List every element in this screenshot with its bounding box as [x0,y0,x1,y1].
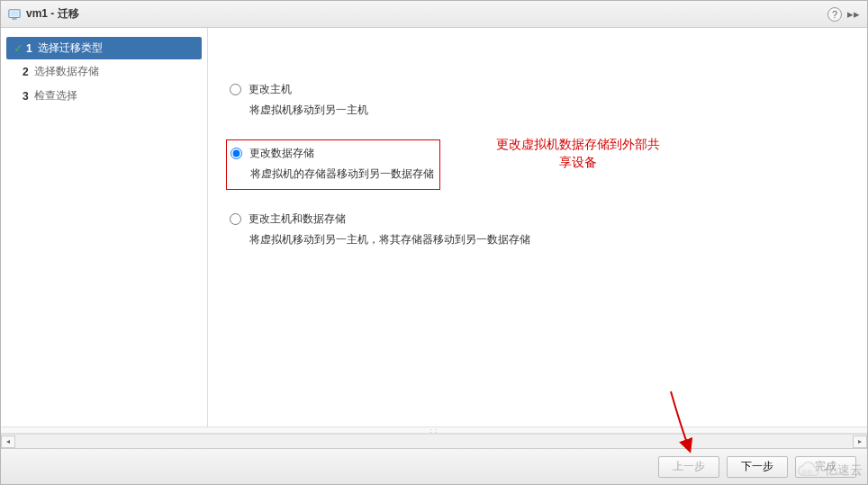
titlebar: vm1 - 迁移 ? ▸▸ [1,1,867,28]
step-2[interactable]: 2 选择数据存储 [1,59,207,84]
step-label: 检查选择 [34,88,77,103]
svg-point-4 [808,471,811,474]
step-label: 选择迁移类型 [38,40,103,56]
option-title: 更改主机 [249,82,292,97]
svg-rect-2 [12,18,16,19]
cloud-icon [794,462,821,480]
expand-icon[interactable]: ▸▸ [847,7,860,21]
back-button: 上一步 [658,456,719,478]
option-change-both: 更改主机和数据存储 将虚拟机移动到另一主机，将其存储器移动到另一数据存储 [230,211,845,247]
step-1[interactable]: ✓ 1 选择迁移类型 [6,37,202,59]
migration-dialog: vm1 - 迁移 ? ▸▸ ✓ 1 选择迁移类型 2 选择数据存储 3 检查选择 [0,0,868,485]
help-icon[interactable]: ? [827,7,842,22]
scroll-right-icon[interactable]: ▸ [853,436,867,448]
step-3[interactable]: 3 检查选择 [1,84,207,108]
option-desc: 将虚拟机的存储器移动到另一数据存储 [250,166,434,182]
step-number: 3 [23,90,29,103]
svg-rect-1 [11,11,19,15]
option-desc: 将虚拟机移动到另一主机，将其存储器移动到另一数据存储 [249,232,845,247]
watermark-text: 亿速云 [825,463,863,479]
annotation-highlight-box: 更改数据存储 将虚拟机的存储器移动到另一数据存储 [226,139,440,190]
resize-handle[interactable]: : : [1,427,867,434]
dialog-title: vm1 - 迁移 [26,6,79,22]
step-number: 1 [26,42,32,55]
option-change-host: 更改主机 将虚拟机移动到另一主机 [230,82,845,118]
step-label: 选择数据存储 [34,64,99,79]
annotation-text: 更改虚拟机数据存储到外部共 享设备 [496,136,660,171]
radio-change-both[interactable] [230,213,241,225]
option-title: 更改主机和数据存储 [249,211,346,227]
option-desc: 将虚拟机移动到另一主机 [249,103,845,118]
horizontal-scroll: ◂ ▸ [1,434,867,448]
watermark: 亿速云 [794,462,863,480]
check-icon: ✓ [12,41,24,55]
dialog-body: ✓ 1 选择迁移类型 2 选择数据存储 3 检查选择 更改主机 将虚拟机移动到另… [1,28,867,427]
radio-change-datastore[interactable] [231,148,242,159]
vm-icon [8,8,21,21]
option-row[interactable]: 更改主机和数据存储 [230,211,845,227]
step-number: 2 [23,66,29,78]
content-pane: 更改主机 将虚拟机移动到另一主机 更改数据存储 将虚拟机的存储器移动到另一数据存… [208,28,867,427]
svg-point-3 [802,471,806,474]
option-row[interactable]: 更改主机 [230,82,845,97]
footer: 上一步 下一步 完成 [1,448,867,484]
scroll-left-icon[interactable]: ◂ [1,436,15,448]
option-title: 更改数据存储 [249,146,314,161]
radio-change-host[interactable] [230,84,241,95]
next-button[interactable]: 下一步 [727,456,788,478]
step-navigator: ✓ 1 选择迁移类型 2 选择数据存储 3 检查选择 [1,28,208,427]
option-row[interactable]: 更改数据存储 [231,146,434,161]
